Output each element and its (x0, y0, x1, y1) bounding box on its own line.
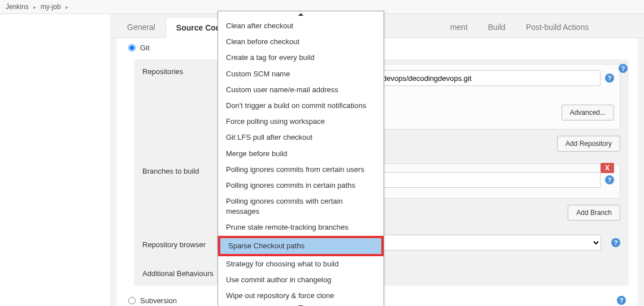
add-branch-button[interactable]: Add Branch (568, 205, 620, 221)
help-icon[interactable]: ? (605, 74, 614, 83)
scroll-up-arrow[interactable] (218, 11, 384, 18)
dropdown-item[interactable]: Polling ignores commits with certain mes… (218, 193, 384, 219)
breadcrumb-job[interactable]: my-job (41, 3, 61, 11)
tab-build[interactable]: Build (478, 17, 516, 37)
additional-label: Additional Behaviours (142, 266, 230, 278)
branches-label: Branches to build (142, 163, 230, 175)
dropdown-item[interactable]: Git LFS pull after checkout (218, 130, 384, 145)
dropdown-item[interactable]: Custom SCM name (218, 66, 384, 82)
dropdown-item[interactable]: Don't trigger a build on commit notifica… (218, 98, 384, 114)
tab-general[interactable]: General (117, 17, 166, 37)
subversion-radio[interactable] (128, 297, 136, 304)
dropdown-item[interactable]: Custom user name/e-mail address (218, 82, 384, 98)
scroll-down-arrow[interactable] (218, 304, 384, 306)
help-icon[interactable]: ? (619, 64, 628, 73)
advanced-button[interactable]: Advanced... (562, 105, 614, 120)
add-repository-button[interactable]: Add Repository (557, 136, 620, 152)
dropdown-item[interactable]: Sparse Checkout paths (220, 238, 381, 254)
dropdown-item[interactable]: Polling ignores commits in certain paths (218, 178, 384, 193)
behaviours-dropdown: Clean after checkoutClean before checkou… (217, 11, 384, 306)
git-radio-label: Git (140, 44, 150, 52)
svg-marker-0 (298, 13, 303, 16)
dropdown-item[interactable]: Prune stale remote-tracking branches (218, 219, 384, 235)
repo-url-input[interactable] (377, 70, 601, 86)
repositories-label: Repositories (142, 64, 230, 76)
highlighted-dropdown-item: Sparse Checkout paths (218, 236, 384, 256)
dropdown-item[interactable]: Clean after checkout (218, 18, 384, 34)
help-icon[interactable]: ? (605, 175, 614, 184)
dropdown-item[interactable]: Force polling using workspace (218, 114, 384, 130)
dropdown-items-container: Clean after checkoutClean before checkou… (218, 18, 384, 304)
repo-browser-label: Repository browser (142, 237, 217, 249)
dropdown-item[interactable]: Clean before checkout (218, 34, 384, 50)
dropdown-item[interactable]: Create a tag for every build (218, 50, 384, 66)
delete-branch-button[interactable]: X (601, 163, 614, 173)
tab-post-build[interactable]: Post-build Actions (516, 17, 599, 37)
chevron-right-icon: ▸ (33, 4, 36, 10)
branch-specifier-input[interactable] (377, 172, 601, 188)
dropdown-item[interactable]: Merge before build (218, 146, 384, 162)
dropdown-item[interactable]: Strategy for choosing what to build (218, 256, 384, 272)
dropdown-item[interactable]: Polling ignores commits from certain use… (218, 162, 384, 178)
chevron-right-icon: ▸ (66, 4, 68, 10)
subversion-radio-label: Subversion (140, 296, 177, 305)
help-icon[interactable]: ? (611, 238, 620, 247)
dropdown-item[interactable]: Use commit author in changelog (218, 272, 384, 288)
dropdown-item[interactable]: Wipe out repository & force clone (218, 288, 384, 304)
git-radio[interactable] (128, 44, 136, 51)
breadcrumb-jenkins[interactable]: Jenkins (6, 3, 29, 11)
help-icon[interactable]: ? (617, 296, 626, 305)
